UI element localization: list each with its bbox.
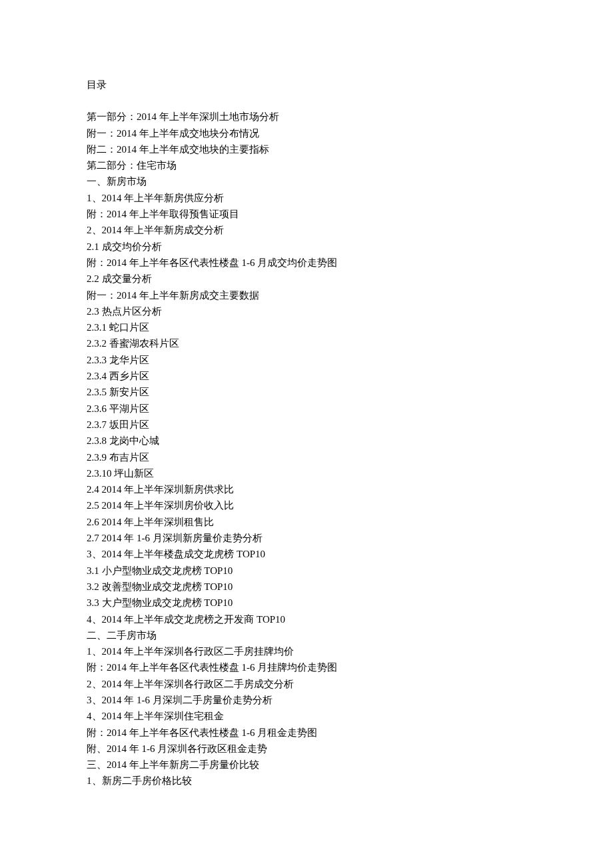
toc-line: 2.3.1 蛇口片区 bbox=[87, 319, 526, 335]
toc-line: 2.5 2014 年上半年深圳房价收入比 bbox=[87, 497, 526, 513]
toc-line: 2.3.9 布吉片区 bbox=[87, 449, 526, 465]
toc-line: 附：2014 年上半年各区代表性楼盘 1-6 月成交均价走势图 bbox=[87, 255, 526, 271]
toc-line: 3.3 大户型物业成交龙虎榜 TOP10 bbox=[87, 595, 526, 611]
toc-line: 附：2014 年上半年取得预售证项目 bbox=[87, 206, 526, 222]
toc-line: 2.3.6 平湖片区 bbox=[87, 401, 526, 417]
toc-line: 4、2014 年上半年成交龙虎榜之开发商 TOP10 bbox=[87, 611, 526, 627]
toc-line: 4、2014 年上半年深圳住宅租金 bbox=[87, 708, 526, 724]
toc-line: 2.3.5 新安片区 bbox=[87, 384, 526, 400]
toc-line: 3、2014 年 1-6 月深圳二手房量价走势分析 bbox=[87, 692, 526, 708]
toc-line: 2.3.10 坪山新区 bbox=[87, 465, 526, 481]
toc-line: 2.3 热点片区分析 bbox=[87, 303, 526, 319]
toc-line: 2.1 成交均价分析 bbox=[87, 239, 526, 255]
toc-line: 3.1 小户型物业成交龙虎榜 TOP10 bbox=[87, 563, 526, 579]
toc-line: 2.2 成交量分析 bbox=[87, 271, 526, 287]
toc-title: 目录 bbox=[87, 77, 526, 93]
toc-line: 3、2014 年上半年楼盘成交龙虎榜 TOP10 bbox=[87, 546, 526, 562]
toc-line: 附一：2014 年上半年新房成交主要数据 bbox=[87, 287, 526, 303]
toc-line: 1、新房二手房价格比较 bbox=[87, 773, 526, 789]
toc-line: 2、2014 年上半年新房成交分析 bbox=[87, 222, 526, 238]
toc-line: 2.6 2014 年上半年深圳租售比 bbox=[87, 514, 526, 530]
toc-line: 二、二手房市场 bbox=[87, 627, 526, 643]
toc-line: 2.7 2014 年 1-6 月深圳新房量价走势分析 bbox=[87, 530, 526, 546]
toc-line: 3.2 改善型物业成交龙虎榜 TOP10 bbox=[87, 579, 526, 595]
toc-line: 2.3.7 坂田片区 bbox=[87, 417, 526, 433]
toc-line: 附二：2014 年上半年成交地块的主要指标 bbox=[87, 141, 526, 157]
toc-line: 第一部分：2014 年上半年深圳土地市场分析 bbox=[87, 109, 526, 125]
toc-line: 2.3.3 龙华片区 bbox=[87, 352, 526, 368]
toc-line: 2.3.2 香蜜湖农科片区 bbox=[87, 335, 526, 351]
toc-line: 2、2014 年上半年深圳各行政区二手房成交分析 bbox=[87, 676, 526, 692]
toc-list: 第一部分：2014 年上半年深圳土地市场分析 附一：2014 年上半年成交地块分… bbox=[87, 109, 526, 789]
toc-line: 三、2014 年上半年新房二手房量价比较 bbox=[87, 757, 526, 773]
toc-line: 2.4 2014 年上半年深圳新房供求比 bbox=[87, 481, 526, 497]
toc-line: 附：2014 年上半年各区代表性楼盘 1-6 月挂牌均价走势图 bbox=[87, 659, 526, 675]
toc-line: 附、2014 年 1-6 月深圳各行政区租金走势 bbox=[87, 741, 526, 757]
toc-line: 第二部分：住宅市场 bbox=[87, 157, 526, 173]
toc-line: 2.3.4 西乡片区 bbox=[87, 368, 526, 384]
toc-line: 附：2014 年上半年各区代表性楼盘 1-6 月租金走势图 bbox=[87, 725, 526, 741]
toc-line: 2.3.8 龙岗中心城 bbox=[87, 433, 526, 449]
toc-line: 1、2014 年上半年深圳各行政区二手房挂牌均价 bbox=[87, 643, 526, 659]
toc-line: 1、2014 年上半年新房供应分析 bbox=[87, 190, 526, 206]
toc-line: 附一：2014 年上半年成交地块分布情况 bbox=[87, 125, 526, 141]
toc-line: 一、新房市场 bbox=[87, 173, 526, 189]
